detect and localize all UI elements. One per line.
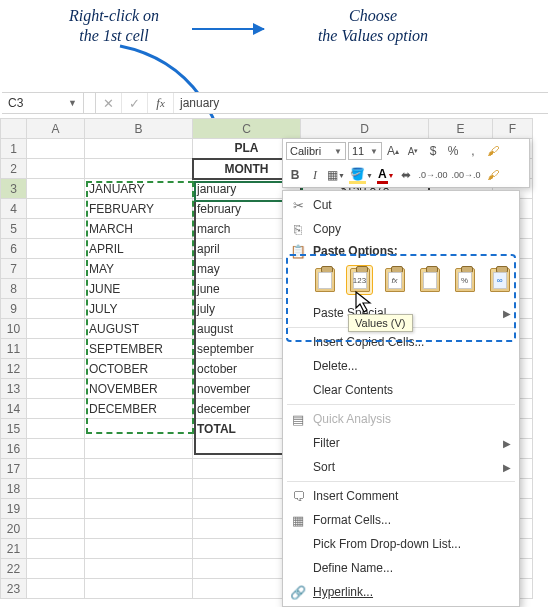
row-header[interactable]: 1 (1, 139, 27, 159)
cell[interactable] (27, 279, 85, 299)
menu-hyperlink[interactable]: 🔗Hyperlink... (283, 580, 519, 604)
cancel-formula-button[interactable]: ✕ (96, 93, 122, 113)
cell[interactable] (27, 559, 85, 579)
menu-insert-comment[interactable]: 🗨Insert Comment (283, 484, 519, 508)
cell[interactable] (85, 439, 193, 459)
row-header[interactable]: 17 (1, 459, 27, 479)
cell[interactable] (27, 299, 85, 319)
row-header[interactable]: 23 (1, 579, 27, 599)
cell[interactable] (27, 439, 85, 459)
cell[interactable] (27, 499, 85, 519)
cell[interactable] (27, 239, 85, 259)
cell[interactable] (85, 539, 193, 559)
menu-format-cells[interactable]: ▦Format Cells... (283, 508, 519, 532)
cell[interactable] (27, 479, 85, 499)
cell[interactable] (85, 579, 193, 599)
row-header[interactable]: 14 (1, 399, 27, 419)
row-header[interactable]: 11 (1, 339, 27, 359)
cell[interactable]: SEPTEMBER (85, 339, 193, 359)
name-box[interactable]: C3 ▼ (2, 93, 84, 113)
decrease-decimal-button[interactable]: .00→.0 (451, 166, 482, 184)
accounting-format-button[interactable]: $ (424, 142, 442, 160)
cell[interactable]: MARCH (85, 219, 193, 239)
row-header[interactable]: 3 (1, 179, 27, 199)
bold-button[interactable]: B (286, 166, 304, 184)
insert-function-button[interactable]: fx (148, 93, 174, 113)
increase-decimal-button[interactable]: .0→.00 (417, 166, 448, 184)
cell[interactable] (27, 319, 85, 339)
menu-delete[interactable]: Delete... (283, 354, 519, 378)
row-header[interactable]: 20 (1, 519, 27, 539)
menu-filter[interactable]: Filter▶ (283, 431, 519, 455)
cell[interactable] (27, 199, 85, 219)
menu-define-name[interactable]: Define Name... (283, 556, 519, 580)
cell[interactable]: OCTOBER (85, 359, 193, 379)
cell[interactable]: MAY (85, 259, 193, 279)
cell[interactable] (85, 479, 193, 499)
menu-clear-contents[interactable]: Clear Contents (283, 378, 519, 402)
font-name-combo[interactable]: Calibri▼ (286, 142, 346, 160)
col-header-e[interactable]: E (429, 119, 493, 139)
cell[interactable] (27, 459, 85, 479)
cell[interactable] (27, 159, 85, 179)
row-header[interactable]: 18 (1, 479, 27, 499)
row-header[interactable]: 16 (1, 439, 27, 459)
cell[interactable] (27, 539, 85, 559)
formula-input[interactable]: january (174, 93, 548, 113)
row-header[interactable]: 8 (1, 279, 27, 299)
merge-center-button[interactable]: ⬌ (397, 166, 415, 184)
row-header[interactable]: 19 (1, 499, 27, 519)
cell[interactable]: JULY (85, 299, 193, 319)
fill-color-button[interactable]: 🪣▼ (348, 166, 374, 184)
cell[interactable] (27, 139, 85, 159)
cell[interactable] (27, 179, 85, 199)
comma-format-button[interactable]: , (464, 142, 482, 160)
col-header-c[interactable]: C (193, 119, 301, 139)
percent-format-button[interactable]: % (444, 142, 462, 160)
cell[interactable] (27, 419, 85, 439)
row-header[interactable]: 12 (1, 359, 27, 379)
row-header[interactable]: 4 (1, 199, 27, 219)
col-header-d[interactable]: D (301, 119, 429, 139)
row-header[interactable]: 13 (1, 379, 27, 399)
menu-copy[interactable]: ⎘Copy (283, 217, 519, 241)
cell[interactable] (27, 339, 85, 359)
row-header[interactable]: 10 (1, 319, 27, 339)
border-button[interactable]: ▦▼ (326, 166, 346, 184)
increase-font-button[interactable]: A▴ (384, 142, 402, 160)
enter-formula-button[interactable]: ✓ (122, 93, 148, 113)
cell[interactable]: FEBRUARY (85, 199, 193, 219)
menu-pick-from-list[interactable]: Pick From Drop-down List... (283, 532, 519, 556)
cell[interactable]: APRIL (85, 239, 193, 259)
cell[interactable] (85, 499, 193, 519)
row-header[interactable]: 5 (1, 219, 27, 239)
menu-sort[interactable]: Sort▶ (283, 455, 519, 479)
format-painter-button-2[interactable]: 🖌 (484, 166, 502, 184)
cell[interactable] (27, 359, 85, 379)
cell[interactable] (27, 259, 85, 279)
italic-button[interactable]: I (306, 166, 324, 184)
row-header[interactable]: 7 (1, 259, 27, 279)
menu-cut[interactable]: ✂Cut (283, 193, 519, 217)
font-color-button[interactable]: A▼ (376, 166, 396, 184)
cell[interactable]: DECEMBER (85, 399, 193, 419)
cell[interactable]: JUNE (85, 279, 193, 299)
col-header-f[interactable]: F (493, 119, 533, 139)
cell[interactable]: JANUARY (85, 179, 193, 199)
cell[interactable] (85, 159, 193, 179)
cell[interactable] (27, 379, 85, 399)
col-header-a[interactable]: A (27, 119, 85, 139)
cell[interactable] (85, 419, 193, 439)
cell[interactable] (27, 399, 85, 419)
cell[interactable] (85, 519, 193, 539)
cell[interactable]: AUGUST (85, 319, 193, 339)
row-header[interactable]: 6 (1, 239, 27, 259)
font-size-combo[interactable]: 11▼ (348, 142, 382, 160)
row-header[interactable]: 2 (1, 159, 27, 179)
row-header[interactable]: 15 (1, 419, 27, 439)
cell[interactable] (85, 559, 193, 579)
cell[interactable] (27, 579, 85, 599)
row-header[interactable]: 22 (1, 559, 27, 579)
decrease-font-button[interactable]: A▾ (404, 142, 422, 160)
select-all[interactable] (1, 119, 27, 139)
